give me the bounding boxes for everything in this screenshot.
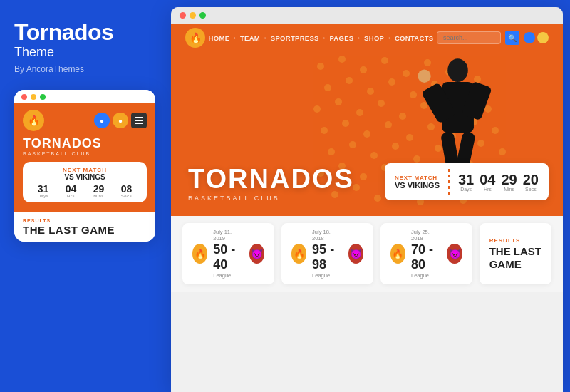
nm-vs: VS VIKINGS (395, 181, 440, 190)
nav-sportpress[interactable]: SPORTPRESS (271, 34, 319, 42)
mobile-hero: 🔥 ● ● TORNADOS BASKETBALL CLUB NEXT MATC… (14, 103, 155, 212)
mobile-cd-secs: 08 Secs (121, 184, 133, 198)
browser-mockup: 🔥 HOME › TEAM › SPORTPRESS › PAGES › SHO… (171, 7, 563, 392)
results-card: RESULTS THE LAST GAME (480, 223, 551, 284)
score-card-1: 🔥 July 11, 2019 50 - 40 League 👿 (182, 223, 274, 284)
browser-titlebar (171, 7, 563, 24)
menu-line (135, 120, 143, 121)
score-info-3: July 25, 2018 70 - 80 League (411, 229, 441, 279)
mobile-dot-yellow (31, 94, 36, 100)
mobile-cd-mins: 29 Mins (93, 184, 105, 198)
svg-point-33 (328, 148, 335, 155)
menu-line (135, 117, 143, 118)
browser-dot-yellow (190, 12, 196, 19)
nm-cd-label-secs: Secs (525, 187, 537, 192)
nm-cd-label-mins: Mins (504, 187, 514, 192)
score-type-1: League (213, 272, 243, 279)
score-type-3: League (411, 272, 441, 279)
mobile-nm-label: NEXT MATCH (30, 167, 140, 173)
nm-info: NEXT MATCH VS VIKINGS (395, 175, 440, 190)
nav-pages[interactable]: PAGES (329, 34, 353, 42)
svg-point-15 (314, 105, 321, 113)
svg-point-18 (378, 100, 385, 107)
browser-dot-red (180, 12, 186, 19)
browser-content: 🔥 HOME › TEAM › SPORTPRESS › PAGES › SHO… (171, 24, 563, 392)
mobile-dot-green (40, 94, 46, 100)
lang-es-icon[interactable] (537, 32, 549, 43)
team-logo-viking-2: 👿 (348, 244, 363, 264)
nav-team[interactable]: TEAM (240, 34, 260, 42)
score-date-1: July 11, 2019 (213, 229, 243, 242)
svg-point-25 (342, 120, 349, 127)
svg-point-44 (360, 173, 367, 180)
mobile-cd-hrs: 04 Hrs (66, 184, 77, 198)
nm-cd-label-hrs: Hrs (484, 187, 492, 192)
svg-point-8 (346, 77, 353, 84)
svg-point-35 (370, 152, 378, 159)
nm-cd-mins: 29 Mins (502, 172, 517, 192)
hero-text: TORNADOS BASKETBALL CLUB (188, 165, 354, 202)
site-nav: HOME › TEAM › SPORTPRESS › PAGES › SHOP … (209, 34, 434, 42)
mobile-cd-num-hrs: 04 (66, 184, 77, 194)
team-logo-viking-3: 👿 (447, 244, 462, 264)
nav-contacts[interactable]: CONTACTS (395, 34, 433, 42)
svg-point-34 (349, 141, 356, 148)
mobile-menu-icon[interactable] (131, 113, 147, 128)
nm-cd-num-hrs: 04 (480, 172, 495, 187)
svg-point-0 (317, 63, 324, 70)
mobile-results: RESULTS THE LAST GAME (14, 212, 155, 242)
logo-flame-icon: 🔥 (185, 28, 205, 48)
nm-cd-num-mins: 29 (502, 172, 517, 187)
search-button[interactable]: 🔍 (505, 31, 519, 45)
svg-point-24 (321, 127, 328, 134)
site-search: 🔍 (437, 31, 549, 45)
menu-line (135, 123, 143, 125)
mobile-results-title: THE LAST GAME (23, 225, 147, 237)
scores-section: 🔥 July 11, 2019 50 - 40 League 👿 🔥 July … (171, 216, 563, 292)
nav-sep: › (234, 35, 236, 41)
nav-sep: › (264, 35, 266, 41)
mobile-hero-subtitle: BASKETBALL CLUB (23, 151, 147, 156)
nav-shop[interactable]: SHOP (364, 34, 384, 42)
mobile-nm-vs: VS VIKINGS (30, 173, 140, 181)
team-logo-1: 🔥 (192, 244, 207, 264)
site-logo: 🔥 (185, 28, 205, 48)
mobile-icons: ● ● (94, 113, 147, 128)
svg-point-17 (356, 109, 363, 116)
mobile-cd-label-days: Days (38, 194, 49, 198)
mobile-titlebar (14, 90, 155, 103)
results-label: RESULTS (489, 237, 542, 244)
search-input[interactable] (437, 31, 501, 44)
svg-point-9 (367, 88, 374, 95)
nm-cd-num-secs: 20 (523, 172, 539, 187)
mobile-cd-num-secs: 08 (121, 184, 133, 194)
mobile-topbar: 🔥 ● ● (23, 110, 147, 131)
nav-sep: › (323, 35, 326, 41)
mobile-results-label: RESULTS (23, 218, 147, 223)
score-info-1: July 11, 2019 50 - 40 League (213, 229, 243, 279)
mobile-cd-days: 31 Days (38, 184, 49, 198)
svg-point-36 (392, 143, 399, 150)
nav-home[interactable]: HOME (209, 34, 230, 42)
team-logo-3: 🔥 (390, 244, 405, 264)
mobile-cd-label-secs: Secs (121, 194, 132, 198)
mobile-icon-blue: ● (94, 113, 110, 128)
score-info-2: July 18, 2018 95 - 98 League (312, 229, 342, 279)
nm-label: NEXT MATCH (395, 175, 437, 181)
nm-cd-label-days: Days (460, 187, 472, 192)
nm-cd-hrs: 04 Hrs (480, 172, 495, 192)
svg-point-3 (381, 57, 388, 64)
svg-point-10 (388, 78, 395, 86)
theme-subtitle: Theme (14, 45, 150, 60)
mobile-cd-label-hrs: Hrs (67, 194, 75, 198)
next-match-widget: NEXT MATCH VS VIKINGS 31 Days 04 Hrs 29 (385, 163, 549, 200)
mobile-hero-title: TORNADOS (23, 137, 147, 151)
nav-sep: › (358, 35, 360, 41)
mobile-dot-red (21, 94, 27, 100)
score-nums-2: 95 - 98 (312, 242, 342, 272)
mobile-countdown: 31 Days 04 Hrs 29 Mins 08 Secs (30, 184, 140, 198)
hero-title: TORNADOS (188, 165, 354, 192)
score-nums-1: 50 - 40 (213, 242, 243, 272)
lang-en-icon[interactable] (524, 32, 535, 43)
svg-point-27 (385, 121, 392, 128)
